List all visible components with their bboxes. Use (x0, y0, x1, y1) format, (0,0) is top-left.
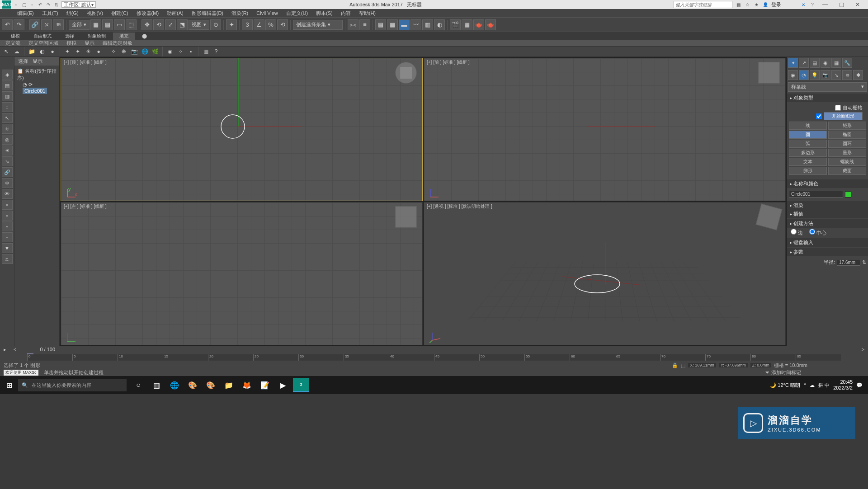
cp-modify[interactable]: ↗ (799, 58, 809, 68)
render-frame[interactable]: ▦ (462, 19, 472, 30)
sub-display[interactable]: 显示 (82, 40, 97, 47)
rollout-interp[interactable]: ▸ 插值 (787, 210, 868, 218)
btn-helix[interactable]: 螺旋线 (828, 158, 866, 166)
curve-editor[interactable]: 〰 (410, 19, 421, 30)
subcat-lights[interactable]: 💡 (810, 70, 820, 80)
select-window[interactable]: ⬚ (126, 19, 137, 30)
task-app3[interactable]: ▶ (275, 378, 291, 392)
se-link2[interactable]: 🔗 (2, 167, 13, 177)
cp-motion[interactable]: ◉ (821, 58, 830, 68)
menu-tools[interactable]: 工具(T) (38, 9, 62, 17)
minimize-button[interactable]: — (818, 0, 832, 9)
viewport-front[interactable]: [+] [前 ] [标准 ] [线框 ] (424, 58, 786, 201)
unlink-button[interactable]: ⤫ (41, 19, 52, 30)
task-taskview[interactable]: ▥ (148, 378, 165, 392)
tray-notification[interactable]: 💬 (856, 382, 863, 388)
settings-icon[interactable]: ▥ (201, 47, 210, 56)
sub-simulate[interactable]: 模拟 (64, 40, 79, 47)
radius-spinner[interactable] (837, 259, 860, 266)
ribbon-select[interactable]: 选择 (59, 33, 80, 40)
light-omni-icon[interactable]: ✦ (63, 47, 72, 56)
category-dropdown[interactable]: 样条线▾ (788, 82, 867, 92)
viewport-left-label[interactable]: [+] [左 ] [标准 ] [线框 ] (64, 203, 107, 210)
se-eye[interactable]: 👁 (2, 189, 13, 199)
redo-icon[interactable]: ↷ (45, 1, 52, 8)
menu-modifiers[interactable]: 修改器(M) (133, 9, 163, 17)
cp-display[interactable]: ▦ (831, 58, 841, 68)
menu-group[interactable]: 组(G) (63, 9, 82, 17)
menu-content[interactable]: 内容 (337, 9, 354, 17)
se-box3[interactable]: ▫ (2, 221, 13, 231)
btn-circle[interactable]: 圆 (789, 131, 827, 139)
menu-render[interactable]: 渲染(R) (228, 9, 252, 17)
task-cortana[interactable]: ○ (130, 378, 146, 392)
render-prod[interactable]: 🫖 (473, 19, 484, 30)
se-sort[interactable]: ↕ (2, 102, 13, 112)
se-measure[interactable]: ↘ (2, 156, 13, 166)
bind-button[interactable]: ≋ (53, 19, 64, 30)
btn-arc[interactable]: 弧 (789, 140, 827, 148)
menu-customize[interactable]: 自定义(U) (283, 9, 311, 17)
light-spot-icon[interactable]: ✦ (73, 47, 82, 56)
se-light[interactable]: ☀ (2, 146, 13, 155)
ribbon-toggle[interactable]: ▬ (399, 19, 410, 30)
rollout-objtype[interactable]: ▸ 对象类型 (787, 94, 868, 102)
subcat-helpers[interactable]: ↘ (831, 70, 841, 80)
particles-icon[interactable]: ✧ (109, 47, 118, 56)
rollout-namecolor[interactable]: ▸ 名称和颜色 (787, 179, 868, 188)
snap-toggle[interactable]: 3 (242, 19, 253, 30)
subcat-cam[interactable]: 📷 (821, 70, 830, 80)
workspace-combo[interactable]: 工作区: 默认 ▾ (61, 1, 96, 8)
material-editor[interactable]: ◐ (434, 19, 445, 30)
align-button[interactable]: ≡ (359, 19, 370, 30)
open-icon[interactable]: ▢ (21, 1, 27, 8)
select-region-rect[interactable]: ▭ (114, 19, 125, 30)
addkey-label[interactable]: 添加时间标记 (771, 370, 801, 375)
named-sel-set[interactable]: 创建选择条集 ▾ (293, 20, 343, 30)
menu-help[interactable]: 帮助(H) (355, 9, 379, 17)
schematic-view[interactable]: ▥ (422, 19, 433, 30)
info-icon[interactable]: ▦ (735, 1, 741, 8)
btn-rect[interactable]: 矩形 (828, 122, 866, 130)
coord-z[interactable]: Z: 0.0mm (750, 363, 771, 367)
se-box2[interactable]: ▫ (2, 211, 13, 221)
tray-onedrive[interactable]: ☁ (810, 382, 815, 388)
task-firefox[interactable]: 🦊 (239, 378, 255, 392)
btn-egg[interactable]: 卵形 (789, 167, 827, 175)
btn-text[interactable]: 文本 (789, 158, 827, 166)
save-icon[interactable]: ▫ (29, 1, 35, 8)
folder-icon[interactable]: 📁 (27, 47, 36, 56)
viewport-top[interactable]: [+] [顶 ] [标准 ] [线框 ] yx (61, 58, 423, 201)
render-iterative[interactable]: 🫖 (485, 19, 496, 30)
btn-section[interactable]: 截面 (828, 167, 866, 175)
new-icon[interactable]: ▫ (13, 1, 19, 8)
viewport-perspective[interactable]: [+] [透视 ] [标准 ] [默认明暗处理 ] (424, 202, 786, 345)
coord-y[interactable]: Y: -37.696mm (719, 363, 748, 367)
subcat-space[interactable]: ≋ (842, 70, 852, 80)
pivot-button[interactable]: ⊙ (210, 19, 221, 30)
se-snow[interactable]: ❄ (2, 178, 13, 188)
radio-edge[interactable]: 边 (791, 229, 803, 236)
se-display[interactable]: ◈ (2, 70, 13, 80)
select-manipulate[interactable]: ✦ (226, 19, 237, 30)
ribbon-objpaint[interactable]: 对象绘制 (81, 33, 112, 40)
maximize-button[interactable]: ▢ (835, 0, 848, 9)
btn-ellipse[interactable]: 椭圆 (828, 131, 866, 139)
se-col-display[interactable]: 显示 (33, 58, 42, 65)
viewcube-left[interactable] (395, 206, 417, 228)
select-by-name[interactable]: ▤ (102, 19, 113, 30)
link-button[interactable]: 🔗 (29, 19, 40, 30)
camera-icon[interactable]: 📷 (130, 47, 139, 56)
subcat-shapes[interactable]: ◔ (799, 70, 809, 80)
star-icon[interactable]: ☆ (744, 1, 750, 8)
start-button[interactable]: ⊞ (0, 381, 18, 390)
menu-animation[interactable]: 动画(A) (163, 9, 187, 17)
particle2-icon[interactable]: ❋ (119, 47, 128, 56)
undo-button[interactable]: ↶ (2, 19, 13, 30)
tray-chevron[interactable]: ^ (804, 382, 806, 388)
cp-utils[interactable]: 🔧 (842, 58, 852, 68)
task-app2[interactable]: 🎨 (203, 378, 219, 392)
scale-button[interactable]: ⤢ (165, 19, 176, 30)
viewcube-front[interactable] (758, 62, 780, 84)
menu-script[interactable]: 脚本(S) (312, 9, 336, 17)
